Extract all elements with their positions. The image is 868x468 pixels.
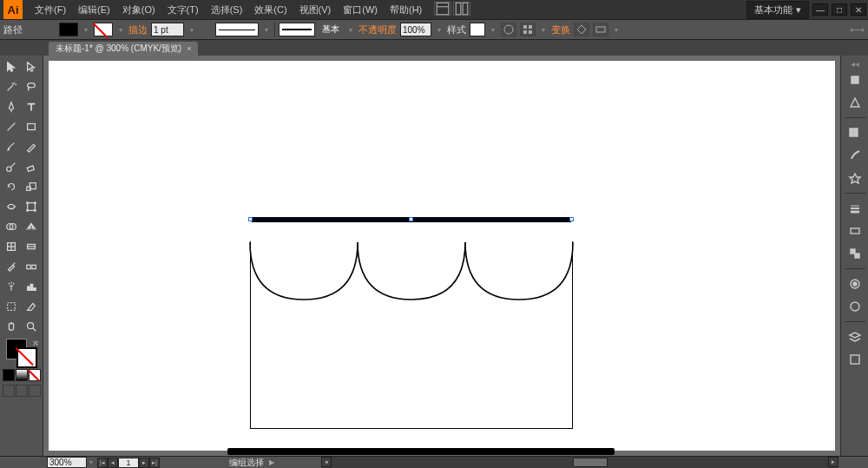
hand-tool[interactable] <box>2 317 21 336</box>
lasso-tool[interactable] <box>22 77 41 96</box>
menu-view[interactable]: 视图(V) <box>294 2 337 18</box>
menu-doc-layout-icon[interactable] <box>434 2 451 16</box>
dock-collapse-icon[interactable]: ◂◂ <box>844 59 866 68</box>
perspective-grid-tool[interactable] <box>22 217 41 236</box>
scale-tool[interactable] <box>22 177 41 196</box>
menu-window[interactable]: 窗口(W) <box>338 2 383 18</box>
panel-graphic-styles-icon[interactable] <box>845 296 865 317</box>
menu-effect[interactable]: 效果(C) <box>249 2 292 18</box>
rectangle-tool[interactable] <box>22 117 41 136</box>
stroke-swatch-dropdown[interactable]: ▾ <box>116 26 125 34</box>
gradient-tool[interactable] <box>22 237 41 256</box>
line-segment-tool[interactable] <box>2 117 21 136</box>
magic-wand-tool[interactable] <box>2 77 21 96</box>
controlbar-collapse-icon[interactable]: ⟷ <box>849 23 865 36</box>
panel-color-icon[interactable] <box>845 69 865 90</box>
fill-stroke-indicator[interactable]: ⤭ <box>4 339 39 366</box>
draw-normal[interactable] <box>3 385 15 397</box>
color-mode-solid[interactable] <box>3 369 15 381</box>
pencil-tool[interactable] <box>22 137 41 156</box>
artboard-tool[interactable] <box>2 297 21 316</box>
menu-arrange-icon[interactable] <box>453 2 470 16</box>
menu-file[interactable]: 文件(F) <box>30 2 71 18</box>
column-graph-tool[interactable] <box>22 277 41 296</box>
zoom-level-input[interactable]: 300% <box>47 457 87 468</box>
document-tab-close[interactable]: × <box>187 44 191 53</box>
paintbrush-tool[interactable] <box>2 137 21 156</box>
artboard-last-button[interactable]: ▸| <box>149 458 160 468</box>
align-panel-dropdown[interactable]: ▾ <box>539 26 548 34</box>
stroke-color-box[interactable] <box>16 347 37 368</box>
window-close-button[interactable]: ✕ <box>851 3 866 16</box>
selection-handle-right[interactable] <box>569 217 574 221</box>
blob-brush-tool[interactable] <box>2 157 21 176</box>
width-tool[interactable] <box>2 197 21 216</box>
artboard-number-input[interactable]: 1 <box>118 458 139 468</box>
pen-tool[interactable] <box>2 97 21 116</box>
menu-object[interactable]: 对象(O) <box>117 2 161 18</box>
direct-selection-tool[interactable] <box>22 57 41 76</box>
panel-color-guide-icon[interactable] <box>845 92 865 113</box>
eyedropper-tool[interactable] <box>2 257 21 276</box>
selection-handle-left[interactable] <box>248 217 253 221</box>
menu-help[interactable]: 帮助(H) <box>385 2 427 18</box>
color-mode-none[interactable] <box>29 369 41 381</box>
symbol-sprayer-tool[interactable] <box>2 277 21 296</box>
stroke-width-stepper[interactable]: ▾ <box>187 26 196 34</box>
selection-handle-center[interactable] <box>409 217 413 221</box>
workspace-switcher[interactable]: 基本功能 ▾ <box>746 1 809 19</box>
window-minimize-button[interactable]: — <box>812 3 828 16</box>
artboard[interactable] <box>49 61 835 451</box>
panel-appearance-icon[interactable] <box>845 274 865 294</box>
panel-artboards-icon[interactable] <box>845 349 865 370</box>
stroke-width-input[interactable]: 1 pt <box>151 23 184 36</box>
canvas-area[interactable] <box>43 56 840 456</box>
stroke-label[interactable]: 描边 <box>128 23 148 36</box>
menu-type[interactable]: 文字(T) <box>162 2 204 18</box>
slice-tool[interactable] <box>22 297 41 316</box>
panel-swatches-icon[interactable] <box>845 122 865 143</box>
panel-brushes-icon[interactable] <box>845 145 865 166</box>
draw-behind[interactable] <box>16 385 28 397</box>
zoom-tool[interactable] <box>22 317 41 336</box>
status-info-dropdown[interactable]: ▶ <box>269 458 274 466</box>
horizontal-scrollbar[interactable]: ◂ ▸ <box>321 457 838 468</box>
rotate-tool[interactable] <box>2 177 21 196</box>
brush-definition-dropdown[interactable]: ▾ <box>262 26 271 34</box>
swap-fill-stroke-icon[interactable]: ⤭ <box>32 339 39 347</box>
panel-transparency-icon[interactable] <box>845 243 865 264</box>
hscroll-left-button[interactable]: ◂ <box>321 457 332 467</box>
panel-symbols-icon[interactable] <box>845 168 865 188</box>
recolor-artwork-icon[interactable] <box>501 23 516 36</box>
hscroll-right-button[interactable]: ▸ <box>828 457 838 467</box>
graphic-style-swatch[interactable] <box>470 23 485 36</box>
isolate-dropdown[interactable]: ▾ <box>612 26 621 34</box>
window-maximize-button[interactable]: □ <box>832 3 847 16</box>
opacity-label[interactable]: 不透明度 <box>358 23 397 36</box>
opacity-dropdown[interactable]: ▾ <box>435 26 444 34</box>
eraser-tool[interactable] <box>22 157 41 176</box>
artboard-prev-button[interactable]: ◂ <box>108 458 118 468</box>
fill-swatch[interactable] <box>59 23 78 36</box>
panel-stroke-icon[interactable] <box>845 198 865 219</box>
graphic-style-dropdown[interactable]: ▾ <box>489 26 497 34</box>
artboard-first-button[interactable]: |◂ <box>97 458 108 468</box>
selection-tool[interactable] <box>2 57 21 76</box>
stroke-profile-preview[interactable] <box>279 23 315 36</box>
isolate-icon[interactable] <box>574 23 589 36</box>
stroke-swatch[interactable] <box>94 23 113 36</box>
opacity-input[interactable]: 100% <box>400 23 431 36</box>
panel-gradient-icon[interactable] <box>845 221 865 241</box>
document-tab[interactable]: 未标题-1* @ 300% (CMYK/预览) × <box>49 42 198 56</box>
hscroll-thumb[interactable] <box>573 458 608 467</box>
menu-edit[interactable]: 编辑(E) <box>73 2 115 18</box>
draw-inside[interactable] <box>29 385 41 397</box>
color-mode-gradient[interactable] <box>16 369 28 381</box>
shape-builder-tool[interactable] <box>2 217 21 236</box>
stroke-profile-dropdown[interactable]: ▾ <box>346 26 355 34</box>
align-panel-icon[interactable] <box>520 23 536 36</box>
zoom-dropdown[interactable]: ▾ <box>87 458 95 466</box>
brush-definition-preview[interactable] <box>215 23 259 36</box>
mesh-tool[interactable] <box>2 237 21 256</box>
fill-swatch-dropdown[interactable]: ▾ <box>82 26 90 34</box>
